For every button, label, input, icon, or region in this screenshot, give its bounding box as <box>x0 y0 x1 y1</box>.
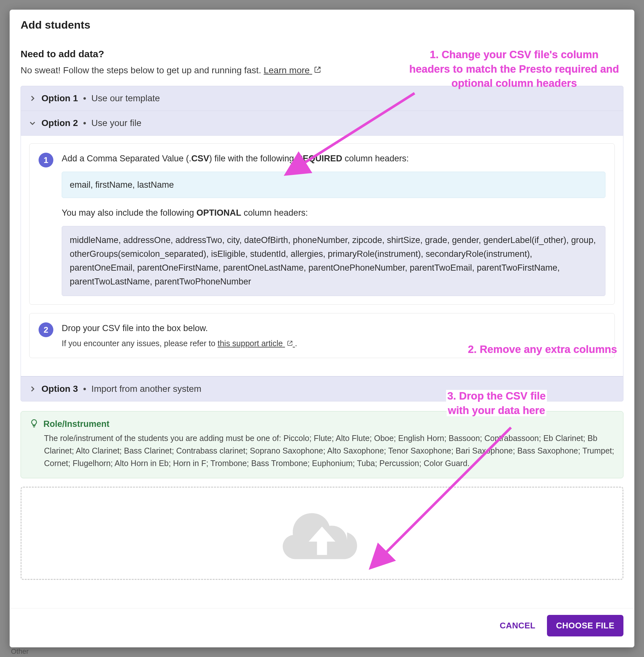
chevron-right-icon <box>29 94 36 102</box>
modal-footer: CANCEL CHOOSE FILE <box>10 608 634 647</box>
external-link-icon <box>287 338 293 350</box>
modal-header: Add students <box>10 10 634 36</box>
step-2-text: Drop your CSV file into the box below. I… <box>62 322 605 349</box>
need-subtext: No sweat! Follow the steps below to get … <box>21 65 623 75</box>
s2-note-a: If you encounter any issues, please refe… <box>62 339 217 348</box>
option-1-desc: Use our template <box>91 93 160 104</box>
step-2-title: Drop your CSV file into the box below. <box>62 322 605 335</box>
step-2-card: 2 Drop your CSV file into the box below.… <box>29 313 615 358</box>
option-1-header[interactable]: Option 1 • Use our template <box>21 86 623 111</box>
learn-more-label: Learn more <box>263 65 309 75</box>
s1-b: ) file with the following <box>209 154 297 163</box>
lightbulb-icon <box>29 418 39 429</box>
option-2-panel: 1 Add a Comma Separated Value (.CSV) fil… <box>21 136 623 377</box>
option-3-label: Option 3 <box>42 384 78 394</box>
option-sep: • <box>83 384 87 394</box>
choose-file-button[interactable]: CHOOSE FILE <box>547 615 623 636</box>
optional-headers-box: middleName, addressOne, addressTwo, city… <box>62 226 605 296</box>
option-sep: • <box>83 93 87 104</box>
chevron-right-icon <box>29 385 36 393</box>
support-article-link[interactable]: this support article <box>217 339 295 348</box>
option-sep: • <box>83 118 87 128</box>
option-2-header[interactable]: Option 2 • Use your file <box>21 111 623 136</box>
s1-opt: OPTIONAL <box>197 208 242 218</box>
s2-note-b: . <box>295 339 297 348</box>
add-students-modal: Add students Need to add data? No sweat!… <box>10 10 634 647</box>
cloud-upload-icon <box>280 503 364 564</box>
role-instrument-title: Role/Instrument <box>43 419 110 429</box>
cancel-button[interactable]: CANCEL <box>497 615 538 636</box>
step-1-text: Add a Comma Separated Value (.CSV) file … <box>62 152 605 296</box>
background-text: Other <box>11 647 29 656</box>
option-2-label: Option 2 <box>42 118 78 128</box>
step-2-badge: 2 <box>39 322 53 337</box>
need-subtext-pre: No sweat! Follow the steps below to get … <box>21 65 263 75</box>
s1-a: Add a Comma Separated Value (. <box>62 154 191 163</box>
step-1-badge: 1 <box>39 153 53 167</box>
step-2-note: If you encounter any issues, please refe… <box>62 338 605 350</box>
s1-csv: CSV <box>191 154 209 163</box>
role-instrument-body: The role/instrument of the students you … <box>44 432 615 469</box>
s1-may-b: column headers: <box>242 208 308 218</box>
file-drop-zone[interactable] <box>21 486 623 580</box>
chevron-down-icon <box>29 119 36 127</box>
need-heading: Need to add data? <box>21 48 623 60</box>
s1-may-a: You may also include the following <box>62 208 197 218</box>
external-link-icon <box>314 65 321 75</box>
option-2-desc: Use your file <box>91 118 141 128</box>
learn-more-link[interactable]: Learn more <box>263 65 321 75</box>
s1-c: column headers: <box>342 154 409 163</box>
option-1-label: Option 1 <box>42 93 78 104</box>
role-instrument-card: Role/Instrument The role/instrument of t… <box>21 411 623 478</box>
modal-title: Add students <box>21 19 623 31</box>
support-article-label: this support article <box>217 339 283 348</box>
required-headers-box: email, firstName, lastName <box>62 172 605 198</box>
option-3-header[interactable]: Option 3 • Import from another system <box>21 377 623 402</box>
step-1-card: 1 Add a Comma Separated Value (.CSV) fil… <box>29 143 615 305</box>
s1-req: REQUIRED <box>296 154 342 163</box>
option-3-desc: Import from another system <box>91 384 201 394</box>
modal-body: Need to add data? No sweat! Follow the s… <box>10 36 634 608</box>
